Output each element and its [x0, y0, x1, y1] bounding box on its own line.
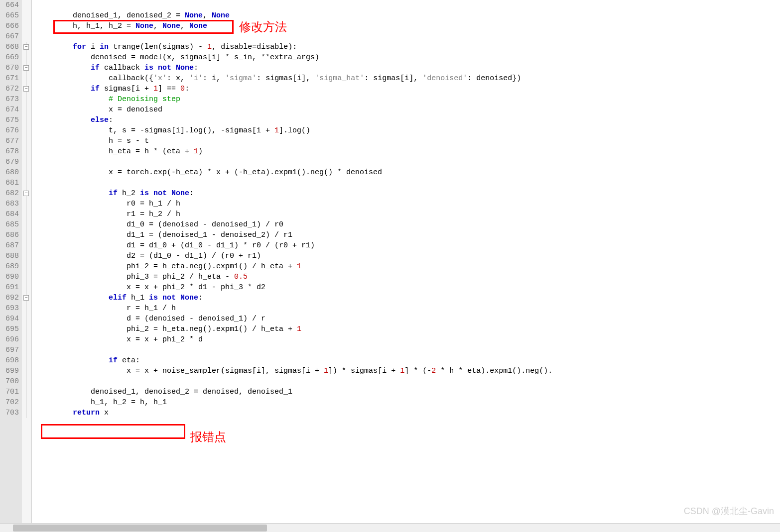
line-number: 678	[2, 146, 19, 157]
line-number: 686	[2, 230, 19, 240]
line-number: 699	[2, 366, 19, 376]
line-number: 668	[2, 42, 19, 52]
code-line[interactable]: t, s = -sigmas[i].log(), -sigmas[i + 1].…	[37, 125, 780, 136]
code-line[interactable]: d1_1 = (denoised_1 - denoised_2) / r1	[37, 230, 780, 240]
code-line[interactable]: d1_0 = (denoised - denoised_1) / r0	[37, 219, 780, 230]
line-number: 702	[2, 397, 19, 408]
code-line[interactable]: r0 = h_1 / h	[37, 199, 780, 209]
line-number: 672	[2, 84, 19, 94]
line-number: 666	[2, 21, 19, 31]
line-number: 685	[2, 219, 19, 230]
code-line[interactable]	[37, 157, 780, 167]
code-line[interactable]: if h_2 is not None:	[37, 188, 780, 199]
code-line[interactable]: d2 = (d1_0 - d1_1) / (r0 + r1)	[37, 251, 780, 261]
fold-marker[interactable]: −	[23, 86, 29, 92]
line-number: 671	[2, 73, 19, 84]
code-line[interactable]: denoised = model(x, sigmas[i] * s_in, **…	[37, 52, 780, 63]
line-number: 682	[2, 188, 19, 199]
line-number: 681	[2, 178, 19, 188]
code-line[interactable]: x = torch.exp(-h_eta) * x + (-h_eta).exp…	[37, 167, 780, 178]
code-line[interactable]: phi_3 = phi_2 / h_eta - 0.5	[37, 272, 780, 282]
line-number-gutter: 6646656666676686696706716726736746756766…	[0, 0, 22, 532]
line-number: 670	[2, 63, 19, 73]
line-number: 694	[2, 314, 19, 324]
code-line[interactable]: x = x + noise_sampler(sigmas[i], sigmas[…	[37, 366, 780, 376]
line-number: 680	[2, 167, 19, 178]
line-number: 693	[2, 303, 19, 314]
fold-column[interactable]: −−−−−	[22, 0, 32, 532]
code-line[interactable]	[37, 0, 780, 10]
code-line[interactable]: d = (denoised - denoised_1) / r	[37, 314, 780, 324]
code-line[interactable]: return x	[37, 408, 780, 418]
code-line[interactable]: x = x + phi_2 * d	[37, 334, 780, 345]
code-line[interactable]: elif h_1 is not None:	[37, 293, 780, 303]
line-number: 665	[2, 10, 19, 21]
code-line[interactable]: x = denoised	[37, 105, 780, 115]
code-line[interactable]	[37, 178, 780, 188]
line-number: 677	[2, 136, 19, 146]
code-line[interactable]: phi_2 = h_eta.neg().expm1() / h_eta + 1	[37, 261, 780, 272]
line-number: 696	[2, 334, 19, 345]
code-line[interactable]: r = h_1 / h	[37, 303, 780, 314]
code-line[interactable]: h_1, h_2 = h, h_1	[37, 397, 780, 408]
code-line[interactable]: callback({'x': x, 'i': i, 'sigma': sigma…	[37, 73, 780, 84]
code-line[interactable]: if sigmas[i + 1] == 0:	[37, 84, 780, 94]
line-number: 701	[2, 387, 19, 397]
line-number: 664	[2, 0, 19, 10]
line-number: 667	[2, 31, 19, 42]
line-number: 703	[2, 408, 19, 418]
code-line[interactable]: else:	[37, 115, 780, 125]
code-area[interactable]: denoised_1, denoised_2 = None, None h, h…	[32, 0, 780, 532]
code-line[interactable]: for i in trange(len(sigmas) - 1, disable…	[37, 42, 780, 52]
code-line[interactable]: denoised_1, denoised_2 = None, None	[37, 10, 780, 21]
line-number: 684	[2, 209, 19, 219]
fold-marker[interactable]: −	[23, 191, 29, 196]
code-line[interactable]: denoised_1, denoised_2 = denoised, denoi…	[37, 387, 780, 397]
code-line[interactable]: r1 = h_2 / h	[37, 209, 780, 219]
line-number: 676	[2, 125, 19, 136]
code-line[interactable]: d1 = d1_0 + (d1_0 - d1_1) * r0 / (r0 + r…	[37, 240, 780, 251]
line-number: 689	[2, 261, 19, 272]
code-line[interactable]	[37, 345, 780, 355]
fold-marker[interactable]: −	[23, 65, 29, 71]
code-line[interactable]: h_eta = h * (eta + 1)	[37, 146, 780, 157]
scrollbar-thumb[interactable]	[13, 525, 267, 532]
fold-marker[interactable]: −	[23, 295, 29, 301]
fold-marker[interactable]: −	[23, 44, 29, 50]
horizontal-scrollbar[interactable]	[0, 523, 780, 532]
code-line[interactable]: x = x + phi_2 * d1 - phi_3 * d2	[37, 282, 780, 293]
code-line[interactable]: h, h_1, h_2 = None, None, None	[37, 21, 780, 31]
line-number: 679	[2, 157, 19, 167]
line-number: 697	[2, 345, 19, 355]
line-number: 687	[2, 240, 19, 251]
code-editor[interactable]: 6646656666676686696706716726736746756766…	[0, 0, 780, 532]
code-line[interactable]: phi_2 = h_eta.neg().expm1() / h_eta + 1	[37, 324, 780, 334]
line-number: 688	[2, 251, 19, 261]
code-line[interactable]: if callback is not None:	[37, 63, 780, 73]
code-line[interactable]: # Denoising step	[37, 94, 780, 105]
line-number: 674	[2, 105, 19, 115]
line-number: 700	[2, 376, 19, 387]
line-number: 675	[2, 115, 19, 125]
line-number: 673	[2, 94, 19, 105]
line-number: 683	[2, 199, 19, 209]
line-number: 669	[2, 52, 19, 63]
code-line[interactable]: h = s - t	[37, 136, 780, 146]
line-number: 691	[2, 282, 19, 293]
line-number: 698	[2, 355, 19, 366]
line-number: 695	[2, 324, 19, 334]
code-line[interactable]: if eta:	[37, 355, 780, 366]
line-number: 692	[2, 293, 19, 303]
code-line[interactable]	[37, 31, 780, 42]
line-number: 690	[2, 272, 19, 282]
code-line[interactable]	[37, 376, 780, 387]
